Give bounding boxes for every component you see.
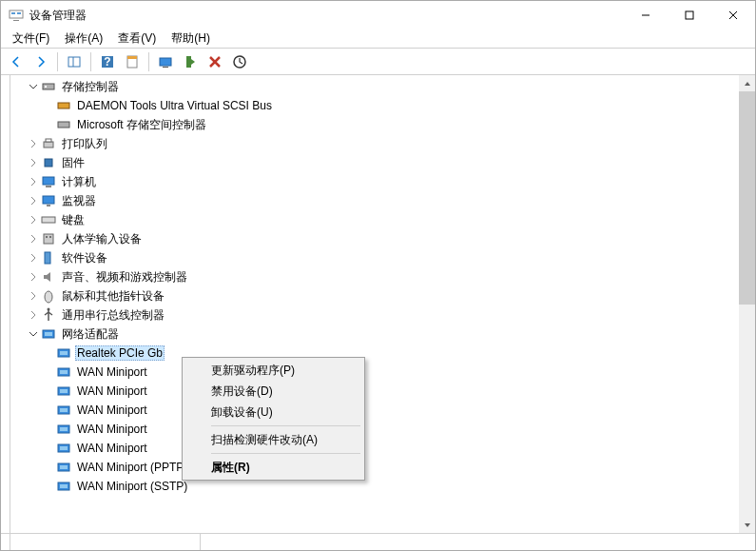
tree-node-firmware[interactable]: 固件 [14,153,755,172]
close-button[interactable] [711,1,755,30]
status-bar [1,533,755,550]
collapse-arrow-icon[interactable] [28,233,39,245]
svg-rect-13 [127,56,137,59]
scroll-down-button[interactable] [739,517,755,533]
svg-rect-5 [686,11,693,19]
tree-node-storage[interactable]: 存储控制器 [14,77,755,96]
tree-node-monitor[interactable]: 监视器 [14,191,755,210]
maximize-button[interactable] [668,1,711,30]
tree-node-realtek[interactable]: Realtek PCIe Gb [14,344,755,363]
svg-rect-31 [42,217,55,223]
tree-label: WAN Miniport [75,364,149,380]
menu-disable-device[interactable]: 禁用设备(D) [184,381,362,402]
tree-node-wan1[interactable]: WAN Miniport [14,363,755,382]
collapse-arrow-icon[interactable] [28,176,39,187]
menu-properties[interactable]: 属性(R) [184,457,362,478]
collapse-arrow-icon[interactable] [28,252,39,264]
tree-node-keyboard[interactable]: 键盘 [14,210,755,229]
svg-rect-15 [163,67,168,68]
tree-node-usb[interactable]: 通用串行总线控制器 [14,305,755,325]
tree-label: WAN Miniport [75,441,149,456]
collapse-arrow-icon[interactable] [28,214,39,226]
menu-view[interactable]: 查看(V) [110,29,164,49]
device-tree[interactable]: 存储控制器 DAEMON Tools Ultra Virtual SCSI Bu… [10,75,755,533]
tree-label: 通用串行总线控制器 [60,306,166,325]
hid-icon [41,231,56,246]
tree-node-ms-storage[interactable]: Microsoft 存储空间控制器 [14,115,755,134]
chip-icon [41,155,56,170]
menu-update-driver[interactable]: 更新驱动程序(P) [184,360,362,381]
expand-arrow-icon[interactable] [28,328,39,340]
svg-rect-39 [45,332,52,336]
svg-text:?: ? [104,55,110,69]
toolbar-separator [148,52,149,71]
scan-hardware-button[interactable] [228,50,251,73]
menu-scan-hardware[interactable]: 扫描检测硬件改动(A) [184,429,362,450]
tree-label: WAN Miniport (SSTP) [75,479,189,494]
collapse-arrow-icon[interactable] [28,271,39,283]
back-button[interactable] [5,50,28,73]
svg-rect-41 [60,351,68,355]
network-icon [41,326,56,342]
tree-node-wan-sstp[interactable]: WAN Miniport (SSTP) [14,477,755,496]
tree-node-wan3[interactable]: WAN Miniport [14,401,755,420]
tree-node-hid[interactable]: 人体学输入设备 [14,229,755,248]
help-button[interactable]: ? [96,50,119,73]
network-adapter-icon [56,441,71,456]
enable-device-button[interactable] [179,50,202,73]
svg-point-33 [46,236,48,238]
collapse-arrow-icon[interactable] [28,290,39,302]
tree-node-wan2[interactable]: WAN Miniport [14,382,755,401]
scroll-thumb[interactable] [739,91,755,305]
svg-rect-16 [186,56,191,68]
tree-label: 网络适配器 [60,325,121,344]
collapse-arrow-icon[interactable] [28,309,39,321]
tree-node-audio[interactable]: 声音、视频和游戏控制器 [14,267,755,286]
menu-uninstall-device[interactable]: 卸载设备(U) [184,402,362,423]
forward-button[interactable] [29,50,52,73]
tree-node-software[interactable]: 软件设备 [14,248,755,267]
tree-node-computer[interactable]: 计算机 [14,172,755,191]
tree-node-mouse[interactable]: 鼠标和其他指针设备 [14,286,755,305]
collapse-arrow-icon[interactable] [28,195,39,207]
properties-button-2[interactable] [121,50,144,73]
toolbar-separator [90,52,91,71]
minimize-button[interactable] [624,1,668,30]
tree-node-print[interactable]: 打印队列 [14,134,755,153]
tree-node-network[interactable]: 网络适配器 [14,325,755,344]
usb-icon [41,307,56,323]
tree-label: Microsoft 存储空间控制器 [75,116,208,134]
show-hide-console-button[interactable] [63,50,86,73]
svg-rect-28 [46,186,51,187]
vertical-scrollbar[interactable] [739,75,755,533]
menu-help[interactable]: 帮助(H) [164,29,218,49]
svg-rect-21 [45,86,47,88]
uninstall-device-button[interactable] [204,50,226,73]
menu-file[interactable]: 文件(F) [5,29,57,49]
network-adapter-icon [56,345,71,361]
collapse-arrow-icon[interactable] [28,138,39,149]
svg-rect-20 [43,84,54,89]
svg-rect-51 [60,446,68,450]
tree-label: 人体学输入设备 [60,230,144,248]
scroll-up-button[interactable] [739,75,755,91]
network-adapter-icon [56,479,71,494]
menu-separator [211,453,360,454]
status-pane [10,534,201,550]
svg-rect-14 [160,58,171,66]
tree-node-wan4[interactable]: WAN Miniport [14,420,755,439]
collapse-arrow-icon[interactable] [28,157,39,168]
scroll-track[interactable] [739,91,755,517]
tree-label: 存储控制器 [60,78,121,96]
svg-rect-25 [46,139,51,142]
network-adapter-icon [56,422,71,437]
svg-point-37 [48,308,50,311]
svg-rect-27 [43,177,54,185]
menu-action[interactable]: 操作(A) [57,29,110,49]
expand-arrow-icon[interactable] [28,81,39,92]
update-driver-button[interactable] [154,50,177,73]
tree-node-daemon[interactable]: DAEMON Tools Ultra Virtual SCSI Bus [14,96,755,115]
title-bar: 设备管理器 [1,1,755,30]
tree-node-wan-pptp[interactable]: WAN Miniport (PPTP) [14,458,755,477]
tree-node-wan5[interactable]: WAN Miniport [14,439,755,458]
